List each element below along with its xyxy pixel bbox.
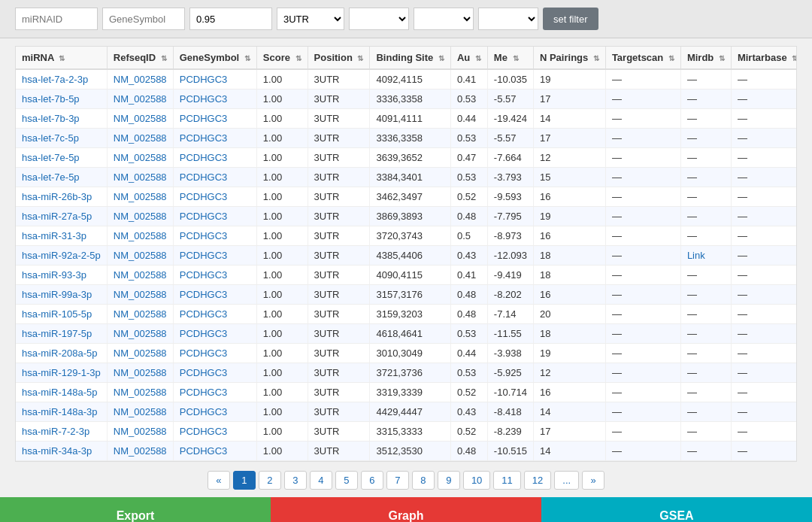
col-header-position[interactable]: Position ⇅ [308, 47, 370, 69]
gene-link[interactable]: PCDHGC3 [180, 269, 228, 281]
col-header-refseqid[interactable]: RefseqID ⇅ [107, 47, 173, 69]
gene-link[interactable]: PCDHGC3 [180, 132, 228, 144]
gene-link[interactable]: PCDHGC3 [180, 387, 228, 398]
mirna-link[interactable]: hsa-miR-7-2-3p [22, 426, 89, 437]
export-button[interactable]: Export [0, 497, 271, 522]
page-button-6[interactable]: 6 [361, 471, 383, 490]
region-select[interactable]: 3UTR 5UTR CDS [277, 8, 344, 30]
refseq-link[interactable]: NM_002588 [114, 250, 167, 261]
refseq-link[interactable]: NM_002588 [114, 387, 167, 398]
gene-filter-input[interactable] [102, 8, 185, 30]
gene-link[interactable]: PCDHGC3 [180, 171, 228, 183]
col-header-au[interactable]: Au ⇅ [450, 47, 487, 69]
col-header-me[interactable]: Me ⇅ [487, 47, 533, 69]
filter-dropdown-4[interactable] [478, 8, 538, 30]
gene-link[interactable]: PCDHGC3 [180, 367, 228, 378]
filter-dropdown-2[interactable] [349, 8, 409, 30]
gene-link[interactable]: PCDHGC3 [180, 152, 228, 163]
mirna-link[interactable]: hsa-miR-27a-5p [22, 211, 92, 222]
refseq-link[interactable]: NM_002588 [114, 211, 167, 222]
gene-link[interactable]: PCDHGC3 [180, 347, 228, 359]
mirna-link[interactable]: hsa-let-7b-3p [22, 113, 80, 124]
refseq-link[interactable]: NM_002588 [114, 289, 167, 300]
refseq-link[interactable]: NM_002588 [114, 308, 167, 320]
mirna-link[interactable]: hsa-miR-31-3p [22, 230, 86, 241]
gene-link[interactable]: PCDHGC3 [180, 289, 228, 300]
mirna-link[interactable]: hsa-miR-93-3p [22, 269, 86, 281]
gene-link[interactable]: PCDHGC3 [180, 250, 228, 261]
mirna-link[interactable]: hsa-miR-208a-5p [22, 347, 97, 359]
col-header-binding-site[interactable]: Binding Site ⇅ [370, 47, 450, 69]
gene-link[interactable]: PCDHGC3 [180, 211, 228, 222]
mirna-filter-input[interactable] [15, 8, 98, 30]
gene-link[interactable]: PCDHGC3 [180, 93, 228, 105]
refseq-link[interactable]: NM_002588 [114, 347, 167, 359]
col-header-score[interactable]: Score ⇅ [256, 47, 308, 69]
mirna-link[interactable]: hsa-miR-148a-3p [22, 406, 97, 417]
graph-button[interactable]: Graph [271, 497, 541, 522]
page-button-1[interactable]: 1 [233, 471, 256, 490]
mirna-link[interactable]: hsa-miR-26b-3p [22, 191, 92, 202]
gene-link[interactable]: PCDHGC3 [180, 406, 228, 417]
gene-link[interactable]: PCDHGC3 [180, 113, 228, 124]
refseq-link[interactable]: NM_002588 [114, 113, 167, 124]
gene-link[interactable]: PCDHGC3 [180, 191, 228, 202]
mirna-link[interactable]: hsa-let-7e-5p [22, 171, 80, 183]
mirna-link[interactable]: hsa-miR-34a-3p [22, 445, 92, 457]
page-button-9[interactable]: 9 [438, 471, 460, 490]
page-button-11[interactable]: 11 [493, 471, 520, 490]
gsea-button[interactable]: GSEA [541, 497, 812, 522]
page-button-7[interactable]: 7 [386, 471, 409, 490]
col-header-targetscan[interactable]: Targetscan ⇅ [605, 47, 680, 69]
mirna-link[interactable]: hsa-miR-129-1-3p [22, 367, 101, 378]
refseq-link[interactable]: NM_002588 [114, 367, 167, 378]
set-filter-button[interactable]: set filter [543, 8, 598, 30]
mirna-link[interactable]: hsa-miR-148a-5p [22, 387, 97, 398]
page-prev-button[interactable]: « [208, 471, 230, 490]
refseq-link[interactable]: NM_002588 [114, 445, 167, 457]
mirna-link[interactable]: hsa-miR-92a-2-5p [22, 250, 101, 261]
mirna-link[interactable]: hsa-let-7b-5p [22, 93, 80, 105]
sort-icon-score: ⇅ [295, 54, 301, 62]
col-header-genesymbol[interactable]: GeneSymbol ⇅ [173, 47, 256, 69]
refseq-link[interactable]: NM_002588 [114, 152, 167, 163]
mirna-link[interactable]: hsa-miR-197-5p [22, 328, 92, 339]
score-filter-input[interactable] [189, 8, 272, 30]
gene-link[interactable]: PCDHGC3 [180, 74, 228, 85]
page-ellipsis[interactable]: ... [554, 471, 579, 490]
mirna-link[interactable]: hsa-let-7c-5p [22, 132, 79, 144]
refseq-link[interactable]: NM_002588 [114, 328, 167, 339]
page-button-3[interactable]: 3 [284, 471, 307, 490]
refseq-link[interactable]: NM_002588 [114, 269, 167, 281]
gene-link[interactable]: PCDHGC3 [180, 328, 228, 339]
col-header-mirtarbase[interactable]: Mirtarbase ⇅ [731, 47, 797, 69]
refseq-link[interactable]: NM_002588 [114, 171, 167, 183]
page-next-button[interactable]: » [582, 471, 604, 490]
mirdb-link[interactable]: Link [687, 250, 705, 261]
refseq-link[interactable]: NM_002588 [114, 132, 167, 144]
refseq-link[interactable]: NM_002588 [114, 230, 167, 241]
page-button-8[interactable]: 8 [412, 471, 435, 490]
refseq-link[interactable]: NM_002588 [114, 93, 167, 105]
col-header-mirna[interactable]: miRNA ⇅ [16, 47, 107, 69]
page-button-4[interactable]: 4 [310, 471, 332, 490]
page-button-2[interactable]: 2 [259, 471, 281, 490]
mirna-link[interactable]: hsa-miR-105-5p [22, 308, 92, 320]
mirna-link[interactable]: hsa-miR-99a-3p [22, 289, 92, 300]
gene-link[interactable]: PCDHGC3 [180, 426, 228, 437]
page-button-10[interactable]: 10 [463, 471, 490, 490]
col-header-mirdb[interactable]: Mirdb ⇅ [680, 47, 731, 69]
gene-link[interactable]: PCDHGC3 [180, 308, 228, 320]
gene-link[interactable]: PCDHGC3 [180, 230, 228, 241]
mirna-link[interactable]: hsa-let-7e-5p [22, 152, 80, 163]
page-button-5[interactable]: 5 [335, 471, 358, 490]
refseq-link[interactable]: NM_002588 [114, 74, 167, 85]
refseq-link[interactable]: NM_002588 [114, 426, 167, 437]
page-button-12[interactable]: 12 [524, 471, 551, 490]
col-header-n-pairings[interactable]: N Pairings ⇅ [533, 47, 605, 69]
gene-link[interactable]: PCDHGC3 [180, 445, 228, 457]
refseq-link[interactable]: NM_002588 [114, 406, 167, 417]
refseq-link[interactable]: NM_002588 [114, 191, 167, 202]
mirna-link[interactable]: hsa-let-7a-2-3p [22, 74, 88, 85]
filter-dropdown-3[interactable] [414, 8, 474, 30]
